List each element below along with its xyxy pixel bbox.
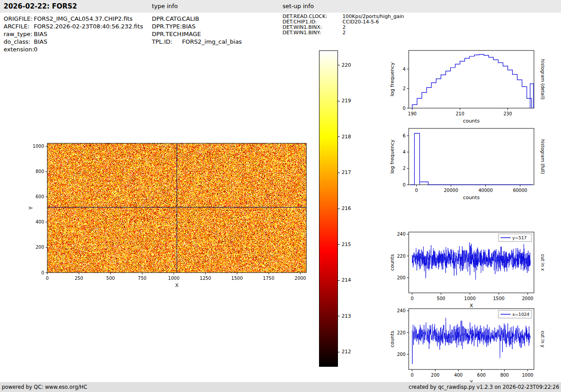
y-axis-label: counts: [389, 254, 395, 271]
y-tick-label: 600: [36, 194, 44, 199]
y-tick-label: 200: [397, 352, 406, 357]
colorbar-tick: [338, 101, 340, 101]
info-row: do_class:BIAS: [4, 38, 143, 46]
histogram-detail-plot: 190210230024countslog frequencyhistogram…: [388, 46, 554, 128]
y-tick-label: 1000: [33, 144, 44, 149]
cut-in-y-svg: 02004006008001000200220240Ycountscut in …: [388, 304, 554, 390]
histogram-full-svg: 02000040000600000246countslog frequencyh…: [388, 124, 554, 205]
colorbar-tick-label: 219: [342, 98, 351, 104]
y-axis-label: Y: [28, 206, 34, 210]
y-tick-label: 800: [36, 169, 44, 174]
footer-right-text: created by qc_rawdisp.py v1.2.3 on 2026-…: [409, 382, 559, 392]
x-tick-label: 1500: [493, 296, 504, 301]
y-tick-label: 0: [403, 106, 406, 111]
bias-image-plot: 0250500750100012501500175020000200400600…: [27, 139, 311, 293]
setup-info-block: DET.READ.CLOCK:100Kps/2ports/high_gain D…: [283, 14, 404, 36]
colorbar-tick: [338, 280, 340, 281]
colorbar-tick: [338, 137, 340, 137]
colorbar-tick: [338, 209, 340, 209]
x-tick-label: 500: [437, 296, 445, 301]
x-axis-label: X: [175, 283, 179, 288]
info-value: BIAS: [34, 38, 47, 45]
x-tick-label: 190: [408, 111, 416, 116]
colorbar-tick-label: 214: [342, 278, 351, 283]
type-info-block: DPR.CATG:CALIB DPR.TYPE:BIAS DPR.TECH:IM…: [152, 15, 242, 46]
info-label: raw_type:: [4, 30, 34, 38]
info-value: BIAS: [34, 31, 47, 37]
colorbar-tick-label: 220: [342, 63, 351, 68]
colorbar-tick: [338, 244, 340, 245]
legend-label: x=1024: [512, 312, 529, 317]
colorbar-tick: [338, 352, 340, 352]
qc-report-page: 2026-02-22: FORS2 type info set-up info …: [0, 0, 561, 392]
x-tick-label: 200: [431, 373, 439, 378]
y-tick-label: 4: [403, 67, 406, 72]
side-axis-label: histogram (full): [540, 139, 545, 174]
x-tick-label: 750: [138, 276, 146, 281]
cut-in-y-plot: 02004006008001000200220240Ycountscut in …: [388, 304, 554, 390]
y-tick-label: 0: [41, 270, 44, 275]
info-value: FORS2.2026-02-23T08:40:56.232.fits: [34, 23, 143, 30]
colorbar-tick-label: 215: [342, 242, 351, 247]
info-row: TPL.ID:FORS2_img_cal_bias: [152, 38, 242, 46]
y-tick-label: 200: [397, 275, 406, 280]
info-label: ARCFILE:: [4, 23, 34, 30]
info-label: DET.WIN1.BINY:: [283, 30, 342, 36]
info-row: DET.WIN1.BINY:2: [283, 30, 404, 36]
info-value: FORS2_IMG_CAL054.37.CHIP2.fits: [34, 15, 132, 22]
file-info-block: ORIGFILE:FORS2_IMG_CAL054.37.CHIP2.fits …: [4, 15, 143, 53]
x-tick-label: 500: [106, 276, 115, 281]
y-tick-label: 6: [403, 133, 406, 138]
y-axis-label: log frequency: [389, 62, 395, 96]
colorbar-canvas: [319, 50, 338, 367]
info-label: DPR.TECH:: [152, 30, 182, 38]
y-tick-label: 240: [397, 308, 406, 313]
y-tick-label: 0: [403, 182, 406, 187]
cut-in-x-plot: 0500100015002000200220240Xcountscut in x…: [388, 228, 554, 313]
footer-left-text: powered by QC: www.eso.org/HC: [2, 382, 87, 392]
side-axis-label: cut in y: [540, 331, 545, 347]
info-label: ORIGFILE:: [4, 15, 34, 23]
x-tick-label: 1750: [263, 276, 274, 281]
x-tick-label: 1000: [168, 276, 179, 281]
x-tick-label: 210: [456, 111, 464, 116]
x-tick-label: 40000: [479, 188, 493, 193]
legend-label: y=517: [512, 235, 527, 240]
histogram-full-series: [410, 133, 532, 185]
x-tick-label: 0: [415, 188, 418, 193]
x-tick-label: 60000: [513, 188, 527, 193]
info-value: IMAGE: [182, 31, 201, 37]
histogram-detail-svg: 190210230024countslog frequencyhistogram…: [388, 46, 554, 128]
x-tick-label: 250: [75, 276, 83, 281]
histogram-full-plot: 02000040000600000246countslog frequencyh…: [388, 124, 554, 205]
side-axis-label: cut in x: [540, 254, 545, 271]
x-tick-label: 20000: [444, 188, 458, 193]
y-tick-label: 200: [36, 245, 44, 250]
info-value: CCID20-14-5-6: [342, 19, 379, 25]
y-tick-label: 220: [397, 330, 406, 335]
info-row: DPR.TECH:IMAGE: [152, 30, 242, 38]
y-tick-label: 4: [403, 150, 406, 155]
y-tick-label: 240: [397, 232, 406, 237]
colorbar-tick-label: 216: [342, 206, 351, 211]
y-tick-label: 400: [36, 219, 44, 224]
x-tick-label: 2000: [522, 296, 533, 301]
x-tick-label: 1500: [231, 276, 242, 281]
info-row: DPR.TYPE:BIAS: [152, 23, 242, 30]
y-axis-label: log frequency: [389, 139, 395, 173]
info-row: ARCFILE:FORS2.2026-02-23T08:40:56.232.fi…: [4, 23, 143, 30]
x-axis-label: counts: [463, 118, 480, 124]
side-axis-label: histogram (detail): [540, 59, 545, 100]
x-tick-label: 800: [500, 373, 509, 378]
cut-in-y-series: [412, 318, 530, 364]
info-value: FORS2_img_cal_bias: [182, 38, 242, 45]
x-tick-label: 0: [411, 373, 414, 378]
x-tick-label: 1000: [464, 296, 475, 301]
y-tick-label: 2: [403, 86, 406, 91]
colorbar-tick: [338, 65, 340, 65]
x-tick-label: 400: [454, 373, 463, 378]
info-row: ORIGFILE:FORS2_IMG_CAL054.37.CHIP2.fits: [4, 15, 143, 23]
info-value: CALIB: [182, 15, 199, 22]
plot-frame: [409, 50, 534, 108]
x-tick-label: 1250: [200, 276, 211, 281]
